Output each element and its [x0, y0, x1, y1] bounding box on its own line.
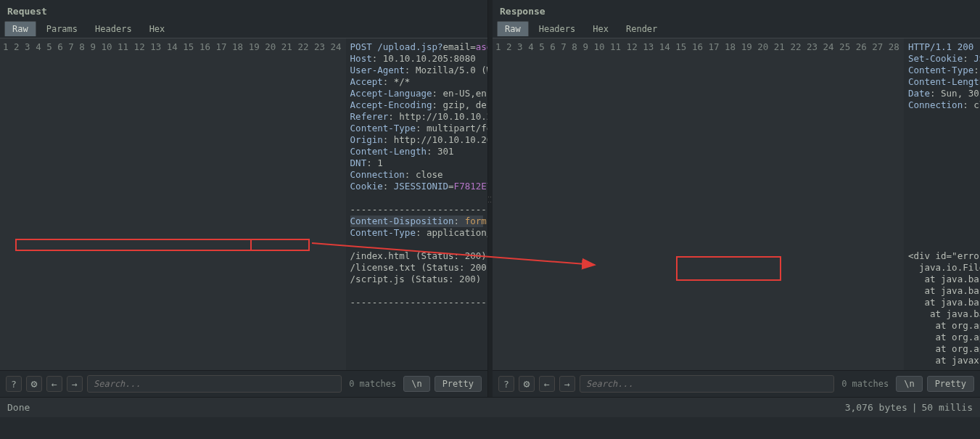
request-tabbar: Raw Params Headers Hex — [0, 20, 487, 38]
tab-params[interactable]: Params — [39, 22, 85, 36]
newline-toggle[interactable]: \n — [896, 376, 922, 392]
request-gutter: 1 2 3 4 5 6 7 8 9 10 11 12 13 14 15 16 1… — [0, 38, 346, 370]
status-bar: Done 3,076 bytes | 50 millis — [0, 397, 980, 417]
match-count: 0 matches — [346, 379, 399, 389]
help-icon[interactable]: ? — [498, 376, 514, 392]
tab-hex[interactable]: Hex — [142, 22, 173, 36]
tab-headers[interactable]: Headers — [88, 22, 139, 36]
status-bytes: 3,076 bytes — [845, 402, 907, 413]
gear-icon[interactable]: ⚙ — [519, 376, 535, 392]
status-millis: 50 millis — [922, 402, 973, 413]
response-searchbar: ? ⚙ ← → 0 matches \n Pretty — [493, 370, 980, 397]
request-code[interactable]: POST /upload.jsp?email=asd HTTP/1.1 Host… — [346, 38, 487, 370]
pretty-button[interactable]: Pretty — [435, 376, 482, 392]
status-left: Done — [7, 402, 30, 413]
request-pane: Request Raw Params Headers Hex 1 2 3 4 5… — [0, 0, 488, 397]
help-icon[interactable]: ? — [6, 376, 22, 392]
request-editor[interactable]: 1 2 3 4 5 6 7 8 9 10 11 12 13 14 15 16 1… — [0, 38, 487, 370]
response-gutter: 1 2 3 4 5 6 7 8 9 10 11 12 13 14 15 16 1… — [493, 38, 904, 370]
request-searchbar: ? ⚙ ← → 0 matches \n Pretty — [0, 370, 487, 397]
tab-raw[interactable]: Raw — [4, 21, 36, 36]
tab-render[interactable]: Render — [619, 22, 664, 36]
response-pane: Response Raw Headers Hex Render 1 2 3 4 … — [493, 0, 980, 397]
match-count: 0 matches — [839, 379, 892, 389]
next-match-icon[interactable]: → — [559, 376, 575, 392]
tab-raw[interactable]: Raw — [497, 21, 529, 36]
next-match-icon[interactable]: → — [67, 376, 83, 392]
prev-match-icon[interactable]: ← — [46, 376, 62, 392]
search-input[interactable] — [580, 375, 834, 393]
newline-toggle[interactable]: \n — [403, 376, 429, 392]
prev-match-icon[interactable]: ← — [539, 376, 555, 392]
response-editor[interactable]: 1 2 3 4 5 6 7 8 9 10 11 12 13 14 15 16 1… — [493, 38, 980, 370]
tab-headers[interactable]: Headers — [532, 22, 583, 36]
request-title: Request — [0, 0, 487, 20]
tab-hex[interactable]: Hex — [585, 22, 616, 36]
gear-icon[interactable]: ⚙ — [26, 376, 42, 392]
pretty-button[interactable]: Pretty — [927, 376, 974, 392]
status-sep: | — [912, 402, 918, 413]
response-title: Response — [493, 0, 980, 20]
response-code[interactable]: HTTP/1.1 200 Set-Cookie: JSESSIONID=2886… — [904, 38, 980, 370]
search-input[interactable] — [87, 375, 342, 393]
response-tabbar: Raw Headers Hex Render — [493, 20, 980, 38]
